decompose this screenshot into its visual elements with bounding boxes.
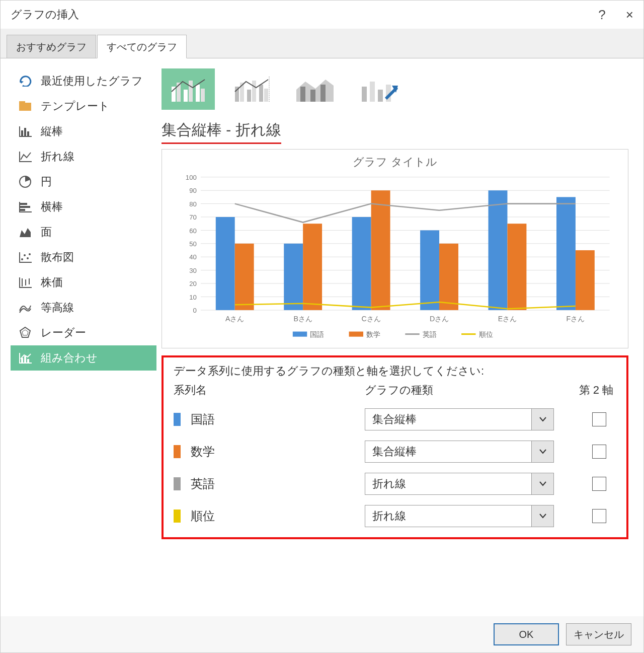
- svg-rect-29: [300, 87, 305, 102]
- radar-chart-icon: [18, 326, 33, 339]
- sidebar-item-surface[interactable]: 等高線: [11, 295, 156, 320]
- recent-icon: [18, 76, 33, 87]
- sidebar-item-line[interactable]: 折れ線: [11, 144, 156, 169]
- svg-text:30: 30: [189, 267, 197, 274]
- sidebar-item-label: レーダー: [41, 325, 86, 340]
- svg-rect-63: [489, 190, 508, 310]
- sidebar-item-recent[interactable]: 最近使用したグラフ: [11, 68, 156, 94]
- series-name: 順位: [191, 508, 365, 524]
- svg-rect-18: [184, 90, 188, 102]
- sidebar-item-pie[interactable]: 円: [11, 169, 156, 194]
- svg-text:10: 10: [189, 294, 197, 301]
- svg-rect-67: [371, 190, 390, 310]
- svg-text:国語: 国語: [310, 330, 324, 338]
- series-name: 英語: [191, 476, 365, 492]
- chart-type-select[interactable]: 折れ線: [365, 473, 554, 495]
- column-chart-icon: [18, 125, 33, 137]
- svg-text:80: 80: [189, 200, 197, 208]
- sidebar-item-templates[interactable]: テンプレート: [11, 94, 156, 119]
- svg-rect-4: [27, 131, 29, 136]
- series-color-swatch: [174, 510, 181, 523]
- svg-text:グラフ タイトル: グラフ タイトル: [353, 156, 437, 168]
- area-chart-icon: [18, 226, 33, 238]
- sidebar-item-scatter[interactable]: 散布図: [11, 245, 156, 270]
- button-label: キャンセル: [574, 628, 624, 641]
- subtype-clustered-column-line-secondary[interactable]: [225, 68, 278, 110]
- secondary-axis-checkbox[interactable]: [592, 477, 606, 491]
- chart-preview[interactable]: グラフ タイトル0102030405060708090100AさんBさんCさんD…: [162, 149, 628, 348]
- chart-type-value: 集合縦棒: [365, 444, 531, 459]
- close-icon[interactable]: ×: [626, 7, 633, 23]
- chevron-down-icon: [531, 441, 553, 462]
- svg-text:Dさん: Dさん: [430, 315, 449, 323]
- series-color-swatch: [174, 477, 181, 490]
- subtype-custom-combination[interactable]: [352, 68, 405, 110]
- sidebar-item-combo[interactable]: 組み合わせ: [11, 345, 156, 371]
- series-row: 英語折れ線: [174, 473, 616, 495]
- svg-rect-1: [19, 101, 25, 104]
- svg-rect-66: [303, 224, 322, 310]
- svg-text:90: 90: [189, 187, 197, 194]
- series-name: 国語: [191, 411, 365, 427]
- tab-all-charts[interactable]: すべてのグラフ: [97, 35, 187, 58]
- series-color-swatch: [174, 445, 181, 458]
- chevron-down-icon: [531, 473, 553, 494]
- svg-rect-60: [284, 244, 303, 310]
- chart-type-select[interactable]: 集合縦棒: [365, 408, 554, 430]
- sidebar-item-radar[interactable]: レーダー: [11, 320, 156, 345]
- line-chart-icon: [18, 151, 33, 163]
- secondary-axis-checkbox[interactable]: [592, 509, 606, 523]
- secondary-axis-checkbox[interactable]: [592, 445, 606, 459]
- header-series-name: 系列名: [174, 383, 365, 398]
- sidebar-item-stock[interactable]: 株価: [11, 270, 156, 295]
- sidebar-item-label: 円: [41, 174, 52, 189]
- tab-recommended[interactable]: おすすめグラフ: [7, 35, 96, 58]
- svg-rect-27: [264, 89, 268, 102]
- template-icon: [18, 101, 33, 112]
- scatter-chart-icon: [18, 251, 33, 263]
- surface-chart-icon: [18, 302, 33, 314]
- svg-text:英語: 英語: [423, 330, 437, 338]
- sidebar-item-column[interactable]: 縦棒: [11, 119, 156, 144]
- svg-rect-15: [27, 359, 29, 363]
- secondary-axis-checkbox[interactable]: [592, 412, 606, 426]
- bar-chart-icon: [18, 201, 33, 213]
- chart-type-select[interactable]: 集合縦棒: [365, 441, 554, 463]
- chevron-down-icon: [531, 505, 553, 527]
- tab-label: すべてのグラフ: [107, 41, 177, 52]
- svg-text:60: 60: [189, 227, 197, 235]
- chart-type-select[interactable]: 折れ線: [365, 505, 554, 527]
- sidebar-item-label: 最近使用したグラフ: [41, 74, 143, 89]
- svg-rect-59: [216, 217, 235, 310]
- svg-rect-33: [370, 82, 375, 102]
- svg-point-9: [21, 258, 23, 260]
- stock-chart-icon: [18, 276, 33, 288]
- svg-text:70: 70: [189, 213, 197, 221]
- sidebar-item-label: テンプレート: [41, 99, 110, 114]
- svg-rect-30: [310, 90, 315, 102]
- ok-button[interactable]: OK: [494, 623, 559, 645]
- series-config-panel: データ系列に使用するグラフの種類と軸を選択してください: 系列名 グラフの種類 …: [162, 355, 628, 539]
- svg-rect-79: [349, 332, 363, 337]
- chart-type-value: 集合縦棒: [365, 412, 531, 427]
- cancel-button[interactable]: キャンセル: [566, 623, 631, 645]
- svg-text:50: 50: [189, 240, 197, 248]
- combo-chart-icon: [18, 352, 33, 364]
- chart-canvas: グラフ タイトル0102030405060708090100AさんBさんCさんD…: [164, 152, 626, 346]
- subtype-stacked-area-column[interactable]: [288, 68, 342, 110]
- series-color-swatch: [174, 413, 181, 426]
- svg-rect-61: [352, 217, 371, 310]
- help-icon[interactable]: ?: [598, 7, 605, 23]
- svg-text:数学: 数学: [366, 330, 380, 338]
- svg-text:Bさん: Bさん: [293, 315, 312, 323]
- combo-subtype-heading: 集合縦棒 - 折れ線: [162, 120, 281, 144]
- subtype-clustered-column-line[interactable]: [162, 68, 215, 110]
- sidebar-item-area[interactable]: 面: [11, 220, 156, 245]
- svg-rect-19: [189, 81, 193, 102]
- sidebar-item-bar[interactable]: 横棒: [11, 194, 156, 220]
- svg-rect-64: [556, 197, 576, 310]
- svg-rect-20: [196, 85, 200, 102]
- svg-text:0: 0: [193, 307, 197, 314]
- series-row: 数学集合縦棒: [174, 441, 616, 463]
- svg-text:Fさん: Fさん: [567, 315, 585, 323]
